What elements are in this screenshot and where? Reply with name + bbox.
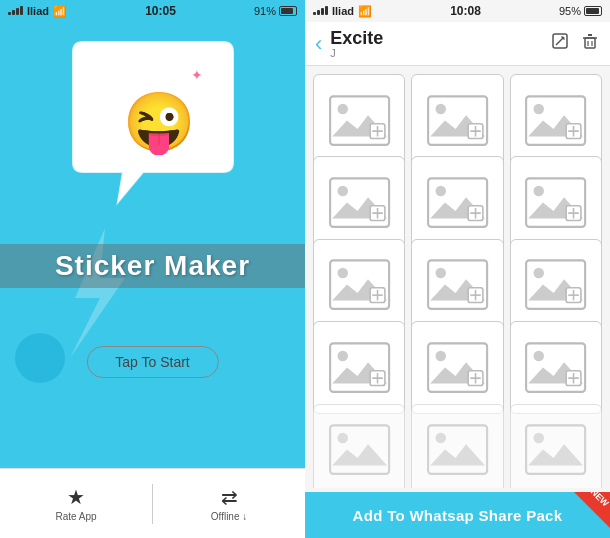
svg-point-65 (435, 350, 446, 361)
sticker-placeholder-icon (328, 171, 391, 234)
nav-bar: ‹ Excite J (305, 22, 610, 66)
svg-point-45 (337, 268, 348, 279)
svg-point-40 (534, 186, 545, 197)
sticker-cell[interactable] (313, 74, 405, 166)
sticker-cell[interactable] (510, 404, 602, 488)
nav-title-wrap: Excite J (330, 28, 542, 59)
sticker-cell[interactable] (313, 239, 405, 331)
sticker-placeholder-icon (524, 253, 587, 316)
back-button[interactable]: ‹ (315, 33, 322, 55)
sticker-placeholder-icon (524, 171, 587, 234)
battery-icon-right (584, 6, 602, 16)
new-badge: NEW (574, 492, 610, 528)
svg-rect-78 (526, 426, 585, 474)
svg-point-70 (534, 350, 545, 361)
delete-button[interactable] (580, 31, 600, 56)
sticker-cell[interactable] (510, 74, 602, 166)
svg-point-35 (435, 186, 446, 197)
status-bar-right: Iliad 📶 10:08 95% (305, 0, 610, 22)
svg-point-30 (337, 186, 348, 197)
battery-icon-left (279, 6, 297, 16)
carrier-right: Iliad 📶 (313, 5, 372, 18)
right-panel: Iliad 📶 10:08 95% ‹ Excite J (305, 0, 610, 538)
wifi-icon-left: 📶 (53, 5, 67, 18)
signal-icon-left (8, 5, 23, 17)
sticker-placeholder-icon (328, 253, 391, 316)
share-icon: ⇄ (221, 485, 238, 509)
svg-point-15 (337, 103, 348, 114)
sticker-placeholder-icon (524, 89, 587, 152)
sticker-cell[interactable] (313, 404, 405, 488)
sticker-cell[interactable] (411, 404, 503, 488)
sticker-placeholder-icon (328, 89, 391, 152)
svg-point-55 (534, 268, 545, 279)
svg-point-25 (534, 103, 545, 114)
carrier-left: Iliad 📶 (8, 5, 67, 18)
sticker-placeholder-icon (426, 171, 489, 234)
battery-area-right: 95% (559, 5, 602, 17)
battery-percent-left: 91% (254, 5, 276, 17)
rate-app-label: Rate App (55, 511, 96, 522)
time-right: 10:08 (450, 4, 481, 18)
nav-title: Excite (330, 28, 542, 49)
add-whatsapp-button[interactable]: Add To Whatsap Share Pack NEW (305, 492, 610, 538)
rate-app-button[interactable]: ★ Rate App (0, 485, 152, 522)
svg-text:😜: 😜 (123, 88, 196, 157)
battery-area-left: 91% (254, 5, 297, 17)
sticker-grid (305, 66, 610, 488)
sticker-cell[interactable] (313, 156, 405, 248)
left-main-content: 😜 ✦ Sticker Maker Tap To Start (0, 22, 305, 468)
sticker-placeholder-icon (426, 336, 489, 399)
status-bar-left: Iliad 📶 10:05 91% (0, 0, 305, 22)
battery-percent-right: 95% (559, 5, 581, 17)
app-title-banner: Sticker Maker (0, 244, 305, 288)
time-left: 10:05 (145, 4, 176, 18)
nav-actions (550, 31, 600, 56)
sticker-cell[interactable] (411, 321, 503, 413)
svg-text:✦: ✦ (191, 67, 203, 83)
left-panel: Iliad 📶 10:05 91% 😜 ✦ (0, 0, 305, 538)
trash-icon (580, 31, 600, 51)
tap-to-start-button[interactable]: Tap To Start (86, 346, 218, 378)
sticker-cell[interactable] (313, 321, 405, 413)
wifi-icon-right: 📶 (358, 5, 372, 18)
svg-point-79 (534, 433, 545, 444)
sticker-placeholder-icon (426, 418, 489, 481)
svg-point-50 (435, 268, 446, 279)
edit-button[interactable] (550, 31, 570, 56)
svg-rect-76 (428, 426, 487, 474)
add-whatsapp-label: Add To Whatsap Share Pack (353, 507, 563, 524)
svg-point-77 (435, 433, 446, 444)
edit-icon (550, 31, 570, 51)
sticker-cell[interactable] (510, 156, 602, 248)
bottom-bar: ★ Rate App ⇄ Offline ↓ (0, 468, 305, 538)
new-badge-text: NEW (589, 487, 610, 509)
sticker-placeholder-icon (328, 336, 391, 399)
sticker-cell[interactable] (411, 239, 503, 331)
sticker-placeholder-icon (524, 336, 587, 399)
sticker-placeholder-icon (328, 418, 391, 481)
offline-button[interactable]: ⇄ Offline ↓ (153, 485, 305, 522)
sticker-placeholder-icon (426, 253, 489, 316)
sticker-cell[interactable] (510, 321, 602, 413)
blob-decoration (10, 328, 70, 388)
offline-label: Offline ↓ (211, 511, 248, 522)
svg-point-6 (15, 333, 65, 383)
svg-point-75 (337, 433, 348, 444)
app-title: Sticker Maker (55, 250, 250, 281)
svg-point-60 (337, 350, 348, 361)
signal-icon-right (313, 5, 328, 17)
sticker-cell[interactable] (510, 239, 602, 331)
sticker-placeholder-icon (426, 89, 489, 152)
star-icon: ★ (67, 485, 85, 509)
sticker-cell[interactable] (411, 156, 503, 248)
speech-bubble-graphic: 😜 ✦ (43, 32, 263, 232)
svg-point-20 (435, 103, 446, 114)
sticker-cell[interactable] (411, 74, 503, 166)
svg-rect-9 (585, 38, 595, 48)
svg-rect-74 (330, 426, 389, 474)
sticker-placeholder-icon (524, 418, 587, 481)
